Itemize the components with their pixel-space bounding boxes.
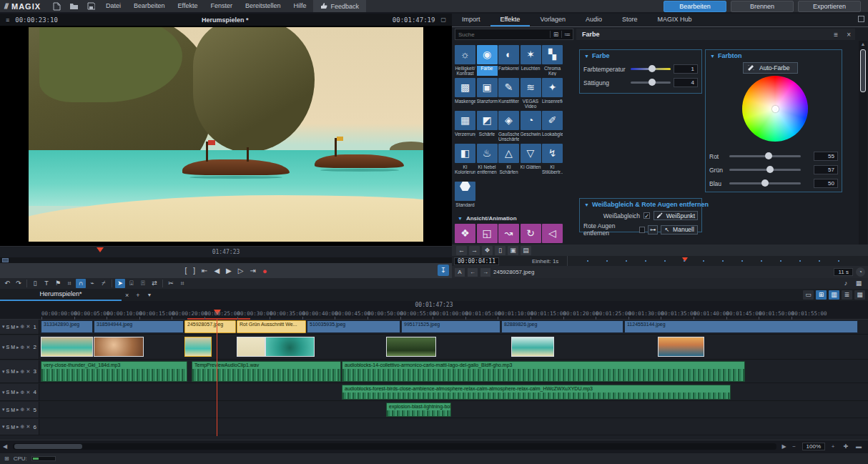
auto-color-button[interactable]: Auto-Farbe	[743, 62, 798, 74]
marker-icon[interactable]: ⚑	[53, 279, 63, 288]
clip-thumbnail-couple[interactable]	[94, 337, 144, 357]
track-add-icon[interactable]: ⊕	[21, 324, 25, 330]
track-close-icon[interactable]: ✕	[26, 390, 30, 395]
mute-button[interactable]: M	[11, 369, 15, 374]
effect-tile-mask-generator[interactable]: ▩Maskenge...	[455, 78, 475, 109]
add-tab-icon[interactable]: +	[132, 292, 143, 299]
keyframe-strip[interactable]	[567, 256, 868, 266]
video-clip[interactable]: 82889826.jpeg	[501, 320, 623, 333]
menu-hilfe[interactable]: Hilfe	[287, 0, 313, 12]
track-add-icon[interactable]: ⊕	[21, 407, 25, 413]
slider-sattigung-knob[interactable]	[648, 79, 656, 86]
redo-icon[interactable]: ↷	[14, 279, 24, 288]
menu-effekte[interactable]: Effekte	[172, 0, 204, 12]
slider-sattigung-track[interactable]	[631, 82, 671, 84]
preview-mini-scrollbar[interactable]	[0, 257, 452, 263]
track-add-icon[interactable]: ⊕	[21, 369, 25, 375]
hue-group-title[interactable]: ▼Farbton	[710, 52, 741, 59]
clip-thumbnail-beach2[interactable]	[184, 337, 212, 357]
color-wheel-marker[interactable]	[772, 106, 779, 112]
track-header-4[interactable]: ▾SM▸⊕✕4	[0, 384, 39, 400]
effect-tile-ai-smooth[interactable]: ▽KI Glätten	[521, 144, 541, 174]
slider-grun-value[interactable]: 57	[814, 165, 838, 174]
slider-grun-track[interactable]	[729, 169, 801, 171]
mode-button-exportieren[interactable]: Exportieren	[798, 1, 861, 12]
audio-clip[interactable]: very-close-thunder_Gkl_184d.mp3	[41, 361, 187, 382]
section-ansicht-animation[interactable]: ▼Ansicht/Animation	[458, 215, 517, 222]
slider-blau-value[interactable]: 50	[814, 179, 838, 188]
effect-tile-sharpness[interactable]: ◩Schärfe	[477, 111, 498, 142]
track-collapse-icon[interactable]: ▾	[2, 407, 5, 413]
video-clip[interactable]: 313342890.jpeg	[41, 320, 93, 333]
monitor-menu-icon[interactable]: ≡	[0, 16, 15, 24]
clip-thumbnail-turtle[interactable]	[265, 337, 315, 357]
effect-tile-color-correction[interactable]: ◐Farbkorrek...	[498, 45, 519, 76]
clip-thumbnail-beach3[interactable]	[511, 337, 554, 357]
track-header-5[interactable]: ▾SM▸⊕✕5	[0, 402, 39, 418]
track-collapse-icon[interactable]: ▾	[2, 424, 5, 430]
panel-scroll-thumb[interactable]	[860, 49, 866, 92]
audio-clip[interactable]: explosion-blast-lightning-bolt...	[386, 403, 451, 417]
track-collapse-icon[interactable]: ▾	[2, 369, 5, 375]
collapse-caret-icon[interactable]: ▼	[584, 202, 589, 207]
whitepoint-button[interactable]: Weißpunkt	[654, 211, 698, 220]
scroll-up-icon[interactable]: ▲	[859, 41, 867, 48]
slider-grun-knob[interactable]	[766, 166, 774, 173]
effect-tile-gaussian-blur[interactable]: ◈Gaußsche Unschärfe	[498, 111, 519, 142]
solo-button[interactable]: S	[6, 425, 10, 430]
zoom-level[interactable]: 100%	[802, 443, 825, 450]
collapse-caret-icon[interactable]: ▼	[710, 54, 715, 59]
slider-farbtemperatur-value[interactable]: 1	[674, 64, 698, 74]
slider-rot-value[interactable]: 55	[814, 152, 838, 161]
scroll-left-icon[interactable]: ◀	[0, 443, 10, 450]
mode-button-brennen[interactable]: Brennen	[731, 1, 794, 12]
mute-button[interactable]: M	[11, 408, 15, 413]
video-clip[interactable]: Rot Grün Ausschnitt We...	[237, 320, 306, 333]
mouse-mode-stretch-icon[interactable]: ⇄	[149, 279, 159, 288]
delete-keyframe-icon[interactable]: ▯	[495, 246, 505, 255]
track-close-icon[interactable]: ✕	[26, 424, 30, 430]
play-icon[interactable]: ▶	[226, 267, 232, 275]
vertical-zoom-in-icon[interactable]: ✚	[841, 443, 851, 450]
title-text-icon[interactable]: T	[41, 279, 51, 288]
next-frame-icon[interactable]: ▷	[238, 267, 244, 275]
track-header-3[interactable]: ▾SM▸⊕✕3	[0, 360, 39, 382]
solo-button[interactable]: S	[6, 369, 10, 374]
new-project-icon[interactable]	[51, 1, 62, 11]
link-icon[interactable]: ⌁	[87, 279, 97, 288]
split-icon[interactable]: ✂	[166, 279, 176, 288]
project-tab[interactable]: Herumspielen*	[0, 289, 122, 301]
solo-button[interactable]: S	[6, 345, 10, 350]
list-view-toggle-icon[interactable]: ≣	[842, 290, 852, 300]
prev-keyframe-icon[interactable]: ←	[456, 246, 467, 255]
effect-tile-ai-colorization[interactable]: ◧KI Kolorierung	[455, 144, 475, 174]
audio-clip[interactable]: TempPreviewAudioClip1.wav	[192, 361, 341, 382]
track-collapse-icon[interactable]: ▾	[2, 390, 5, 395]
vertical-zoom-out-icon[interactable]: ▬	[854, 443, 864, 450]
grid-view-toggle-icon[interactable]: ⊞	[816, 290, 827, 300]
range-out-icon[interactable]: ]	[193, 267, 195, 275]
video-preview-frame[interactable]	[29, 27, 423, 242]
effect-tile-stencil-shapes[interactable]: ▣Stanzformen	[477, 78, 498, 109]
track-collapse-icon[interactable]: ▾	[2, 324, 5, 330]
effect-tile-chroma-key[interactable]: ▚Chroma Key	[542, 45, 563, 76]
video-clip[interactable]: 245928057.jpeg	[184, 320, 236, 333]
feedback-button[interactable]: Feedback	[313, 0, 367, 12]
slider-blau-track[interactable]	[729, 182, 801, 184]
prev-object-icon[interactable]: ←	[468, 268, 478, 277]
collapse-caret-icon[interactable]: ▼	[584, 54, 589, 59]
effect-tile-art-filter[interactable]: ✎Kunstfilter	[498, 78, 519, 109]
search-input[interactable]	[455, 31, 550, 38]
effect-menu-icon[interactable]: ≡	[829, 31, 842, 39]
effect-tile-color[interactable]: ◉Farbe	[477, 45, 498, 76]
object-auto-icon[interactable]: A	[455, 268, 465, 277]
snap-magnet-icon[interactable]: ∩	[76, 279, 86, 288]
zoom-out-icon[interactable]: −	[789, 443, 799, 450]
monitor-layout-icon[interactable]: ▦	[854, 279, 864, 288]
storyboard-view-icon[interactable]: ▥	[829, 290, 839, 300]
effect-close-icon[interactable]: ×	[842, 31, 855, 39]
clip-thumbnail-cream[interactable]	[237, 337, 265, 357]
audio-mixer-icon[interactable]: ♪	[841, 279, 851, 288]
track-close-icon[interactable]: ✕	[26, 324, 30, 330]
effect-tile-lens-flare[interactable]: ✦Linsenrefle...	[542, 78, 563, 109]
